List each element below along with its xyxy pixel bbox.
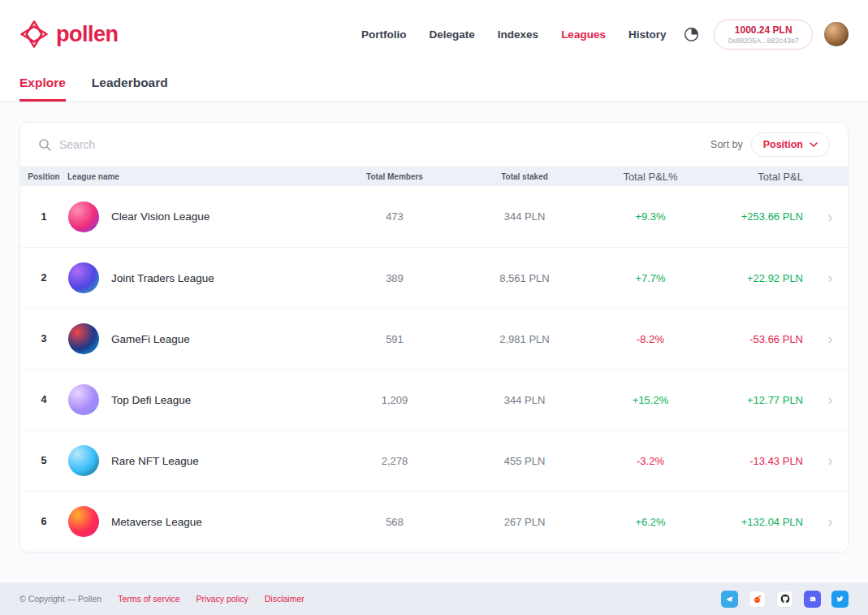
league-avatar [68, 323, 99, 354]
league-avatar [68, 506, 99, 537]
chevron-right-icon[interactable]: › [813, 270, 848, 286]
col-total-staked: Total staked [456, 172, 594, 181]
league-name: Clear Vision League [111, 210, 209, 223]
reddit-link[interactable] [749, 591, 766, 608]
nav-item-history[interactable]: History [628, 28, 667, 41]
league-row[interactable]: 2 Joint Traders League 389 8,561 PLN +7.… [20, 247, 848, 308]
league-row[interactable]: 3 GameFi League 591 2,981 PLN -8.2% -53.… [20, 308, 848, 369]
league-name: Joint Traders League [111, 272, 214, 284]
league-avatar [68, 384, 99, 415]
league-pnl: +253.66 PLN [707, 210, 813, 223]
league-position: 6 [20, 516, 67, 527]
chevron-right-icon[interactable]: › [813, 209, 848, 225]
search-box[interactable] [38, 138, 710, 151]
github-icon [779, 593, 791, 604]
league-pnl-percent: -3.2% [594, 455, 707, 467]
brand-logo[interactable]: pollen [19, 19, 119, 49]
discord-icon [807, 594, 818, 604]
league-position: 5 [20, 455, 67, 466]
league-total-staked: 8,561 PLN [456, 272, 594, 284]
league-name: Metaverse League [111, 516, 202, 528]
copyright-text: © Copyright — Pollen [19, 594, 101, 604]
league-position: 2 [20, 272, 67, 284]
league-pnl: +22.92 PLN [707, 272, 813, 284]
col-total-members: Total Members [334, 172, 456, 181]
social-links [721, 591, 849, 608]
league-position: 3 [20, 333, 67, 344]
league-name-cell: Joint Traders League [67, 262, 334, 293]
chevron-right-icon[interactable]: › [813, 392, 848, 408]
table-header: Position League name Total Members Total… [20, 167, 848, 186]
twitter-icon [835, 594, 845, 604]
league-name-cell: Clear Vision League [67, 201, 334, 232]
league-total-staked: 455 PLN [456, 455, 594, 467]
footer-link-disclaimer[interactable]: Disclaimer [265, 594, 304, 604]
leagues-toolbar: Sort by Position [20, 123, 848, 167]
twitter-link[interactable] [831, 591, 849, 608]
league-position: 4 [20, 394, 67, 405]
search-input[interactable] [59, 138, 319, 151]
league-pnl: -13.43 PLN [707, 455, 813, 467]
league-pnl: -53.66 PLN [707, 333, 813, 345]
col-total-pnl-pct: Total P&L% [594, 171, 707, 183]
league-total-members: 2,278 [334, 455, 456, 467]
nav-item-leagues[interactable]: Leagues [561, 28, 606, 41]
theme-toggle[interactable] [684, 27, 699, 42]
league-total-members: 591 [334, 333, 456, 345]
telegram-link[interactable] [721, 591, 738, 608]
footer-left: © Copyright — Pollen Terms of service Pr… [19, 594, 304, 604]
pie-chart-icon [684, 27, 699, 42]
chevron-right-icon[interactable]: › [813, 453, 848, 469]
app-footer: © Copyright — Pollen Terms of service Pr… [0, 583, 868, 615]
github-link[interactable] [776, 591, 793, 608]
footer-link-terms-of-service[interactable]: Terms of service [118, 594, 179, 604]
league-name-cell: GameFi League [67, 323, 334, 354]
wallet-balance: 1000.24 PLN [735, 24, 792, 36]
league-row[interactable]: 4 Top Defi League 1,209 344 PLN +15.2% +… [20, 369, 848, 430]
league-pnl: +12.77 PLN [707, 394, 813, 406]
nav-item-delegate[interactable]: Delegate [430, 28, 475, 41]
league-avatar [68, 445, 99, 476]
chevron-right-icon[interactable]: › [813, 331, 848, 347]
league-avatar [68, 262, 99, 293]
col-total-pnl: Total P&L [707, 171, 813, 183]
chevron-right-icon[interactable]: › [813, 513, 848, 530]
league-name: GameFi League [111, 333, 190, 345]
league-pnl-percent: +7.7% [594, 272, 707, 284]
league-row[interactable]: 5 Rare NFT League 2,278 455 PLN -3.2% -1… [20, 430, 848, 491]
page-tabs: Explore Leaderboard [0, 68, 868, 102]
sort-control: Sort by Position [710, 132, 830, 157]
league-row[interactable]: 6 Metaverse League 568 267 PLN +6.2% +13… [20, 491, 848, 552]
league-total-staked: 267 PLN [456, 516, 594, 528]
league-total-staked: 344 PLN [456, 394, 594, 406]
league-total-members: 389 [334, 272, 456, 284]
league-row[interactable]: 1 Clear Vision League 473 344 PLN +9.3% … [20, 186, 848, 247]
leagues-card: Sort by Position Position League name To… [19, 122, 849, 552]
main-nav: Portfolio Delegate Indexes Leagues Histo… [361, 28, 666, 41]
footer-link-privacy-policy[interactable]: Privacy policy [196, 594, 248, 604]
nav-item-portfolio[interactable]: Portfolio [361, 28, 407, 41]
league-total-staked: 344 PLN [456, 210, 594, 223]
league-name-cell: Rare NFT League [67, 445, 334, 476]
discord-link[interactable] [804, 591, 821, 608]
league-name-cell: Metaverse League [67, 506, 334, 537]
reddit-icon [752, 594, 762, 604]
tab-explore[interactable]: Explore [19, 68, 66, 102]
main-content: Sort by Position Position League name To… [0, 102, 868, 583]
league-total-members: 1,209 [334, 394, 456, 406]
nav-item-indexes[interactable]: Indexes [498, 28, 538, 41]
league-total-staked: 2,981 PLN [456, 333, 594, 345]
league-name: Top Defi League [111, 394, 191, 406]
league-total-members: 473 [334, 210, 456, 223]
col-position: Position [20, 172, 67, 181]
league-position: 1 [20, 211, 67, 223]
league-pnl-percent: +9.3% [594, 210, 707, 223]
tab-leaderboard[interactable]: Leaderboard [92, 68, 168, 102]
league-pnl: +132.04 PLN [707, 516, 813, 528]
league-name: Rare NFT League [111, 455, 199, 467]
league-pnl-percent: +6.2% [594, 516, 707, 528]
col-league-name: League name [67, 172, 334, 181]
wallet-pill[interactable]: 1000.24 PLN 0x89205A...882c43e7 [714, 19, 813, 50]
user-avatar[interactable] [824, 22, 849, 46]
sort-dropdown[interactable]: Position [751, 132, 830, 157]
